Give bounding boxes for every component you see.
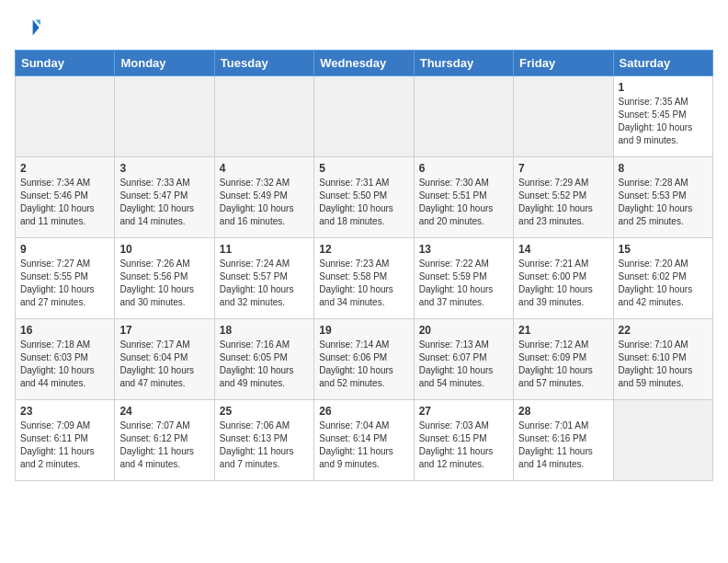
day-info: Sunrise: 7:30 AM Sunset: 5:51 PM Dayligh… <box>419 177 508 228</box>
calendar-week-row: 9Sunrise: 7:27 AM Sunset: 5:55 PM Daylig… <box>16 238 713 319</box>
day-number: 9 <box>20 243 109 256</box>
calendar-cell: 11Sunrise: 7:24 AM Sunset: 5:57 PM Dayli… <box>214 238 313 319</box>
day-info: Sunrise: 7:07 AM Sunset: 6:12 PM Dayligh… <box>119 419 209 471</box>
calendar-cell: 18Sunrise: 7:16 AM Sunset: 6:05 PM Dayli… <box>214 319 313 400</box>
day-number: 24 <box>119 405 209 418</box>
weekday-header: Friday <box>514 51 613 76</box>
calendar-cell <box>613 400 712 481</box>
day-number: 26 <box>319 405 408 418</box>
calendar-cell: 5Sunrise: 7:31 AM Sunset: 5:50 PM Daylig… <box>314 157 414 238</box>
day-info: Sunrise: 7:33 AM Sunset: 5:47 PM Dayligh… <box>119 177 209 228</box>
calendar-cell <box>115 76 214 157</box>
calendar-cell <box>214 76 313 157</box>
page-header <box>15 15 713 40</box>
day-number: 28 <box>518 405 608 418</box>
calendar-cell: 19Sunrise: 7:14 AM Sunset: 6:06 PM Dayli… <box>314 319 414 400</box>
day-info: Sunrise: 7:10 AM Sunset: 6:10 PM Dayligh… <box>619 339 708 390</box>
day-number: 23 <box>20 405 109 418</box>
weekday-header: Saturday <box>613 51 712 76</box>
calendar-cell: 12Sunrise: 7:23 AM Sunset: 5:58 PM Dayli… <box>314 238 414 319</box>
weekday-header-row: SundayMondayTuesdayWednesdayThursdayFrid… <box>16 51 713 76</box>
day-info: Sunrise: 7:34 AM Sunset: 5:46 PM Dayligh… <box>20 177 109 228</box>
day-info: Sunrise: 7:06 AM Sunset: 6:13 PM Dayligh… <box>220 419 309 471</box>
calendar-cell: 26Sunrise: 7:04 AM Sunset: 6:14 PM Dayli… <box>314 400 414 481</box>
day-info: Sunrise: 7:14 AM Sunset: 6:06 PM Dayligh… <box>319 339 408 390</box>
calendar-cell <box>514 76 613 157</box>
calendar-cell: 22Sunrise: 7:10 AM Sunset: 6:10 PM Dayli… <box>613 319 712 400</box>
day-number: 6 <box>419 162 508 175</box>
day-info: Sunrise: 7:18 AM Sunset: 6:03 PM Dayligh… <box>20 339 109 390</box>
calendar-cell: 3Sunrise: 7:33 AM Sunset: 5:47 PM Daylig… <box>115 157 214 238</box>
calendar-table: SundayMondayTuesdayWednesdayThursdayFrid… <box>15 50 713 481</box>
calendar-cell: 17Sunrise: 7:17 AM Sunset: 6:04 PM Dayli… <box>115 319 214 400</box>
calendar-cell: 14Sunrise: 7:21 AM Sunset: 6:00 PM Dayli… <box>514 238 613 319</box>
day-info: Sunrise: 7:04 AM Sunset: 6:14 PM Dayligh… <box>319 419 408 471</box>
calendar-cell: 13Sunrise: 7:22 AM Sunset: 5:59 PM Dayli… <box>414 238 513 319</box>
day-info: Sunrise: 7:21 AM Sunset: 6:00 PM Dayligh… <box>518 258 608 309</box>
day-info: Sunrise: 7:28 AM Sunset: 5:53 PM Dayligh… <box>619 177 708 228</box>
day-info: Sunrise: 7:12 AM Sunset: 6:09 PM Dayligh… <box>518 339 608 390</box>
calendar-week-row: 23Sunrise: 7:09 AM Sunset: 6:11 PM Dayli… <box>16 400 713 481</box>
logo <box>15 15 44 40</box>
weekday-header: Tuesday <box>214 51 313 76</box>
day-info: Sunrise: 7:27 AM Sunset: 5:55 PM Dayligh… <box>20 258 109 309</box>
day-info: Sunrise: 7:32 AM Sunset: 5:49 PM Dayligh… <box>220 177 309 228</box>
calendar-week-row: 16Sunrise: 7:18 AM Sunset: 6:03 PM Dayli… <box>16 319 713 400</box>
day-number: 19 <box>319 324 408 337</box>
day-number: 18 <box>220 324 309 337</box>
calendar-cell: 16Sunrise: 7:18 AM Sunset: 6:03 PM Dayli… <box>16 319 115 400</box>
day-number: 11 <box>220 243 309 256</box>
day-number: 21 <box>518 324 608 337</box>
day-info: Sunrise: 7:29 AM Sunset: 5:52 PM Dayligh… <box>518 177 608 228</box>
day-number: 20 <box>419 324 508 337</box>
day-info: Sunrise: 7:01 AM Sunset: 6:16 PM Dayligh… <box>518 419 608 471</box>
calendar-week-row: 1Sunrise: 7:35 AM Sunset: 5:45 PM Daylig… <box>16 76 713 157</box>
calendar-cell: 24Sunrise: 7:07 AM Sunset: 6:12 PM Dayli… <box>115 400 214 481</box>
calendar-cell: 9Sunrise: 7:27 AM Sunset: 5:55 PM Daylig… <box>16 238 115 319</box>
day-number: 27 <box>419 405 508 418</box>
day-info: Sunrise: 7:26 AM Sunset: 5:56 PM Dayligh… <box>119 258 209 309</box>
calendar-cell: 27Sunrise: 7:03 AM Sunset: 6:15 PM Dayli… <box>414 400 513 481</box>
day-number: 1 <box>619 81 708 94</box>
day-number: 8 <box>619 162 708 175</box>
weekday-header: Thursday <box>414 51 513 76</box>
day-number: 22 <box>619 324 708 337</box>
calendar-cell: 15Sunrise: 7:20 AM Sunset: 6:02 PM Dayli… <box>613 238 712 319</box>
calendar-cell: 1Sunrise: 7:35 AM Sunset: 5:45 PM Daylig… <box>613 76 712 157</box>
calendar-cell <box>314 76 414 157</box>
weekday-header: Monday <box>115 51 214 76</box>
day-number: 25 <box>220 405 309 418</box>
day-info: Sunrise: 7:24 AM Sunset: 5:57 PM Dayligh… <box>220 258 309 309</box>
weekday-header: Sunday <box>16 51 115 76</box>
day-number: 16 <box>20 324 109 337</box>
day-info: Sunrise: 7:35 AM Sunset: 5:45 PM Dayligh… <box>619 96 708 147</box>
day-number: 12 <box>319 243 408 256</box>
day-info: Sunrise: 7:09 AM Sunset: 6:11 PM Dayligh… <box>20 419 109 471</box>
day-number: 5 <box>319 162 408 175</box>
logo-icon <box>15 15 40 40</box>
day-number: 15 <box>619 243 708 256</box>
day-info: Sunrise: 7:17 AM Sunset: 6:04 PM Dayligh… <box>119 339 209 390</box>
calendar-cell <box>16 76 115 157</box>
day-info: Sunrise: 7:16 AM Sunset: 6:05 PM Dayligh… <box>220 339 309 390</box>
calendar-cell: 6Sunrise: 7:30 AM Sunset: 5:51 PM Daylig… <box>414 157 513 238</box>
calendar-cell: 4Sunrise: 7:32 AM Sunset: 5:49 PM Daylig… <box>214 157 313 238</box>
day-number: 7 <box>518 162 608 175</box>
day-info: Sunrise: 7:20 AM Sunset: 6:02 PM Dayligh… <box>619 258 708 309</box>
calendar-cell <box>414 76 513 157</box>
calendar-cell: 25Sunrise: 7:06 AM Sunset: 6:13 PM Dayli… <box>214 400 313 481</box>
day-info: Sunrise: 7:03 AM Sunset: 6:15 PM Dayligh… <box>419 419 508 471</box>
day-number: 2 <box>20 162 109 175</box>
calendar-cell: 28Sunrise: 7:01 AM Sunset: 6:16 PM Dayli… <box>514 400 613 481</box>
day-info: Sunrise: 7:13 AM Sunset: 6:07 PM Dayligh… <box>419 339 508 390</box>
day-number: 3 <box>119 162 209 175</box>
day-number: 13 <box>419 243 508 256</box>
calendar-cell: 8Sunrise: 7:28 AM Sunset: 5:53 PM Daylig… <box>613 157 712 238</box>
day-info: Sunrise: 7:31 AM Sunset: 5:50 PM Dayligh… <box>319 177 408 228</box>
calendar-cell: 23Sunrise: 7:09 AM Sunset: 6:11 PM Dayli… <box>16 400 115 481</box>
day-info: Sunrise: 7:22 AM Sunset: 5:59 PM Dayligh… <box>419 258 508 309</box>
day-number: 4 <box>220 162 309 175</box>
calendar-cell: 7Sunrise: 7:29 AM Sunset: 5:52 PM Daylig… <box>514 157 613 238</box>
day-number: 10 <box>119 243 209 256</box>
calendar-cell: 10Sunrise: 7:26 AM Sunset: 5:56 PM Dayli… <box>115 238 214 319</box>
